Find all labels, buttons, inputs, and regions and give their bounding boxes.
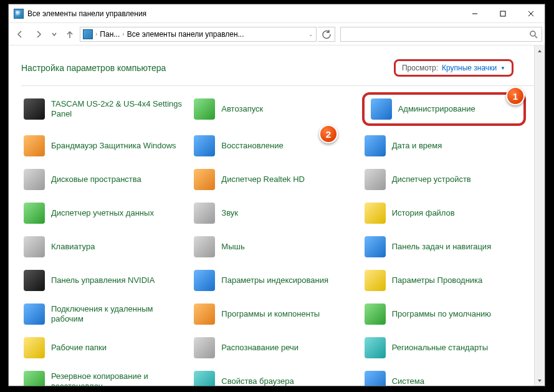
forward-button[interactable] [30,26,47,43]
item-keyboard-icon [24,236,45,257]
item-datetime-icon [365,135,386,156]
item-explorer-options[interactable]: Параметры Проводника [362,267,526,294]
back-button[interactable] [11,26,29,43]
svg-marker-8 [538,380,542,382]
item-work-folders-icon [24,337,45,358]
item-sound-icon [194,203,215,224]
scroll-up-button[interactable] [535,45,545,56]
item-storage-spaces-icon [24,169,45,190]
item-programs-icon [194,304,215,325]
address-bar: › Пан... › Все элементы панели управлен.… [9,23,545,45]
item-label: TASCAM US-2x2 & US-4x4 Settings Panel [51,99,183,120]
breadcrumb-sep: › [95,31,97,37]
item-label: Региональные стандарты [392,343,488,353]
item-nvidia[interactable]: Панель управления NVIDIA [21,267,185,294]
item-autoplay-icon [194,98,215,120]
titlebar: Все элементы панели управления [9,4,545,23]
item-realtek-icon [194,169,215,190]
item-label: Дисковые пространства [51,174,141,184]
item-explorer-options-icon [365,270,386,291]
item-autoplay[interactable]: Автозапуск [191,92,355,126]
search-box[interactable] [340,27,542,42]
close-button[interactable] [517,4,545,22]
item-mouse[interactable]: Мышь [191,233,355,261]
item-internet-options-icon [194,371,215,386]
item-internet-options[interactable]: Свойства браузера [191,368,355,386]
item-indexing[interactable]: Параметры индексирования [191,267,355,294]
page-title: Настройка параметров компьютера [21,63,166,73]
item-indexing-icon [194,270,215,291]
item-nvidia-icon [24,270,45,291]
callout-badge-1: 1 [506,87,525,105]
scrollbar[interactable] [534,45,545,386]
item-tascam-icon [24,98,45,120]
item-label: Свойства браузера [221,376,294,386]
minimize-button[interactable] [461,4,489,22]
svg-rect-1 [500,11,505,16]
item-label: Диспетчер устройств [392,174,471,184]
scroll-down-button[interactable] [535,375,545,386]
item-work-folders[interactable]: Рабочие папки [21,334,185,361]
item-backup[interactable]: Резервное копирование и восстановлен [21,368,185,386]
svg-point-5 [530,31,535,36]
view-label: Просмотр: [402,64,438,72]
window-title: Все элементы панели управления [27,9,146,18]
item-label: Звук [221,208,238,218]
item-default-programs[interactable]: Программы по умолчанию [362,300,526,328]
refresh-button[interactable] [318,27,335,42]
item-realtek[interactable]: Диспетчер Realtek HD [191,166,355,193]
item-datetime[interactable]: Дата и время [362,132,526,160]
breadcrumb-seg-2[interactable]: Все элементы панели управлен... [127,30,244,39]
item-label: Диспетчер учетных данных [51,208,154,218]
item-file-history[interactable]: История файлов [362,199,526,227]
item-storage-spaces[interactable]: Дисковые пространства [21,166,185,193]
svg-line-6 [535,36,537,38]
item-mouse-icon [194,236,215,257]
item-device-manager[interactable]: Диспетчер устройств [362,166,526,193]
item-taskbar[interactable]: Панель задач и навигация [362,233,526,261]
breadcrumb-dropdown[interactable]: ⌄ [308,31,313,37]
item-recovery-icon [194,135,215,156]
item-file-history-icon [365,203,386,224]
item-label: Программы по умолчанию [392,309,491,319]
item-tascam[interactable]: TASCAM US-2x2 & US-4x4 Settings Panel [21,92,185,126]
item-label: Восстановление [221,141,283,151]
item-remoteapp[interactable]: Подключения к удаленным рабочим [21,300,185,328]
item-system-icon [365,371,386,386]
item-label: Брандмауэр Защитника Windows [51,141,176,151]
item-label: Параметры индексирования [221,275,328,285]
item-label: Распознавание речи [221,343,298,353]
breadcrumb-seg-1[interactable]: Пан... [100,30,120,39]
item-label: Резервное копирование и восстановлен [51,371,183,386]
item-label: История файлов [392,208,455,218]
item-credential-manager-icon [24,203,45,224]
item-label: Программы и компоненты [221,309,320,319]
item-label: Администрирование [398,104,475,114]
item-sound[interactable]: Звук [191,199,355,227]
item-admin-tools[interactable]: Администрирование [362,92,526,126]
breadcrumb-icon [83,29,93,39]
items-grid: TASCAM US-2x2 & US-4x4 Settings PanelАвт… [21,92,538,386]
item-credential-manager[interactable]: Диспетчер учетных данных [21,199,185,227]
item-label: Рабочие папки [51,343,107,353]
up-button[interactable] [61,26,79,43]
item-keyboard[interactable]: Клавиатура [21,233,185,261]
item-firewall[interactable]: Брандмауэр Защитника Windows [21,132,185,160]
item-region[interactable]: Региональные стандарты [362,334,526,361]
item-label: Клавиатура [51,242,95,252]
item-label: Параметры Проводника [392,275,483,285]
item-label: Панель задач и навигация [392,242,492,252]
item-taskbar-icon [365,236,386,257]
item-label: Система [392,376,424,386]
item-system[interactable]: Система [362,368,526,386]
item-speech[interactable]: Распознавание речи [191,334,355,361]
divider [21,85,538,86]
breadcrumb[interactable]: › Пан... › Все элементы панели управлен.… [80,27,317,42]
item-programs[interactable]: Программы и компоненты [191,300,355,328]
maximize-button[interactable] [489,4,517,22]
search-icon [529,30,538,39]
item-admin-tools-icon [371,98,392,120]
history-dropdown[interactable] [49,26,60,43]
view-control[interactable]: Просмотр: Крупные значки ▼ [394,59,513,77]
control-panel-window: Все элементы панели управления › Пан... [8,4,545,386]
